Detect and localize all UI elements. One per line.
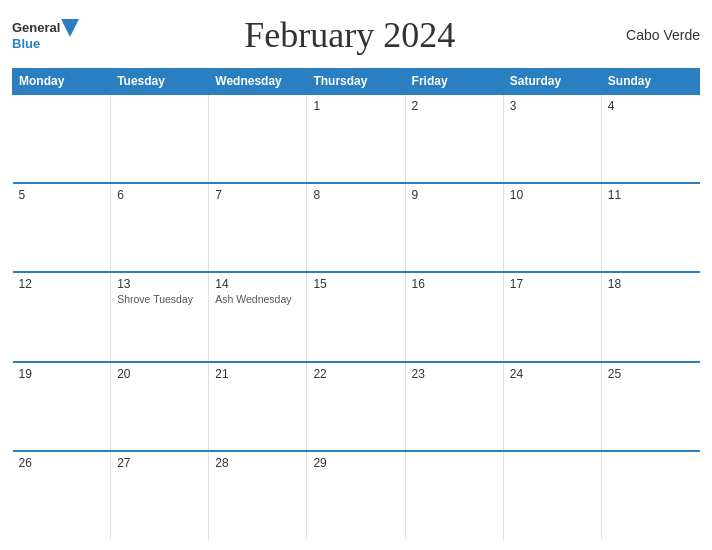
day-number: 17: [510, 277, 595, 291]
day-cell: 12: [13, 272, 111, 361]
day-cell: 24: [503, 362, 601, 451]
calendar-table: Monday Tuesday Wednesday Thursday Friday…: [12, 68, 700, 540]
day-number: 1: [313, 99, 398, 113]
day-number: 11: [608, 188, 694, 202]
day-cell: 19: [13, 362, 111, 451]
country-label: Cabo Verde: [620, 27, 700, 43]
header-tuesday: Tuesday: [111, 69, 209, 95]
day-number: 15: [313, 277, 398, 291]
day-number: 9: [412, 188, 497, 202]
day-cell: 3: [503, 94, 601, 183]
day-cell: 1: [307, 94, 405, 183]
day-number: 20: [117, 367, 202, 381]
day-number: 22: [313, 367, 398, 381]
header-wednesday: Wednesday: [209, 69, 307, 95]
day-cell: 13Shrove Tuesday: [111, 272, 209, 361]
day-number: 26: [19, 456, 105, 470]
day-cell: 18: [601, 272, 699, 361]
day-cell: 17: [503, 272, 601, 361]
day-number: 4: [608, 99, 694, 113]
header-monday: Monday: [13, 69, 111, 95]
day-number: 23: [412, 367, 497, 381]
day-number: 12: [19, 277, 105, 291]
day-number: 24: [510, 367, 595, 381]
day-cell: 8: [307, 183, 405, 272]
day-cell: 21: [209, 362, 307, 451]
day-cell: 28: [209, 451, 307, 540]
day-cell: 23: [405, 362, 503, 451]
day-number: 6: [117, 188, 202, 202]
day-cell: [405, 451, 503, 540]
day-event: Shrove Tuesday: [117, 293, 202, 307]
day-cell: [601, 451, 699, 540]
week-row-0: 1234: [13, 94, 700, 183]
day-number: 29: [313, 456, 398, 470]
day-cell: 6: [111, 183, 209, 272]
day-number: 19: [19, 367, 105, 381]
logo: General Blue: [12, 19, 79, 51]
day-cell: [209, 94, 307, 183]
header-sunday: Sunday: [601, 69, 699, 95]
header-thursday: Thursday: [307, 69, 405, 95]
day-number: 7: [215, 188, 300, 202]
logo-triangle-icon: [61, 19, 79, 37]
week-row-1: 567891011: [13, 183, 700, 272]
day-cell: 2: [405, 94, 503, 183]
day-cell: 26: [13, 451, 111, 540]
day-number: 2: [412, 99, 497, 113]
day-number: 18: [608, 277, 694, 291]
logo-text-blue: Blue: [12, 37, 40, 51]
day-cell: 29: [307, 451, 405, 540]
day-number: 13: [117, 277, 202, 291]
header-friday: Friday: [405, 69, 503, 95]
svg-marker-0: [61, 19, 79, 37]
day-cell: 10: [503, 183, 601, 272]
day-cell: 7: [209, 183, 307, 272]
day-cell: 27: [111, 451, 209, 540]
day-cell: 14Ash Wednesday: [209, 272, 307, 361]
day-number: 27: [117, 456, 202, 470]
day-number: 21: [215, 367, 300, 381]
day-cell: 16: [405, 272, 503, 361]
day-number: 25: [608, 367, 694, 381]
day-number: 14: [215, 277, 300, 291]
week-row-2: 1213Shrove Tuesday14Ash Wednesday1516171…: [13, 272, 700, 361]
week-row-3: 19202122232425: [13, 362, 700, 451]
day-cell: 25: [601, 362, 699, 451]
calendar-header: General Blue February 2024 Cabo Verde: [12, 10, 700, 60]
weekday-header-row: Monday Tuesday Wednesday Thursday Friday…: [13, 69, 700, 95]
day-cell: 5: [13, 183, 111, 272]
day-cell: 4: [601, 94, 699, 183]
day-number: 8: [313, 188, 398, 202]
day-number: 3: [510, 99, 595, 113]
day-cell: 11: [601, 183, 699, 272]
day-cell: 15: [307, 272, 405, 361]
day-cell: 22: [307, 362, 405, 451]
calendar-wrapper: General Blue February 2024 Cabo Verde Mo…: [0, 0, 712, 550]
day-cell: [503, 451, 601, 540]
day-number: 5: [19, 188, 105, 202]
day-cell: 20: [111, 362, 209, 451]
day-cell: [13, 94, 111, 183]
logo-text-general: General: [12, 21, 60, 35]
day-cell: [111, 94, 209, 183]
header-saturday: Saturday: [503, 69, 601, 95]
day-number: 28: [215, 456, 300, 470]
day-cell: 9: [405, 183, 503, 272]
day-number: 16: [412, 277, 497, 291]
day-event: Ash Wednesday: [215, 293, 300, 307]
day-number: 10: [510, 188, 595, 202]
week-row-4: 26272829: [13, 451, 700, 540]
month-title: February 2024: [79, 14, 620, 56]
